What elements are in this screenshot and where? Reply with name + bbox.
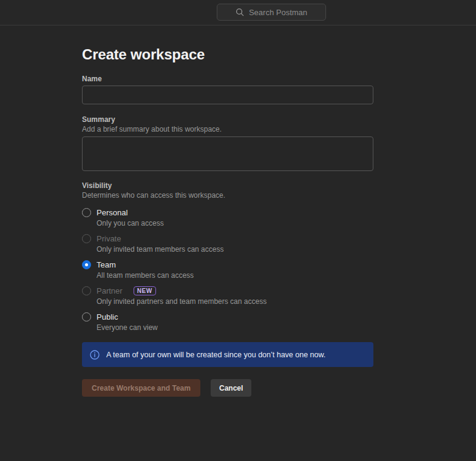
visibility-option-partner: Partner NEW Only invited partners and te…	[82, 286, 373, 306]
option-label-personal: Personal	[97, 208, 127, 217]
cancel-button[interactable]: Cancel	[211, 379, 251, 397]
radio-button-team-selected[interactable]	[82, 260, 91, 269]
summary-textarea[interactable]	[82, 136, 373, 171]
visibility-label: Visibility	[82, 181, 373, 190]
name-label: Name	[82, 75, 373, 83]
page-title: Create workspace	[82, 46, 476, 63]
option-description-partner: Only invited partners and team members c…	[97, 298, 373, 306]
option-description-public: Everyone can view	[97, 324, 373, 332]
top-bar: Search Postman	[0, 0, 476, 25]
new-badge: NEW	[134, 286, 156, 295]
search-icon	[236, 8, 244, 16]
create-workspace-form: Name Summary Add a brief summary about t…	[82, 75, 373, 397]
create-workspace-page: Create workspace Name Summary Add a brie…	[0, 25, 476, 397]
visibility-option-private: Private Only invited team members can ac…	[82, 234, 373, 254]
radio-button-private	[82, 234, 91, 243]
option-label-public: Public	[97, 312, 118, 321]
visibility-option-public[interactable]: Public Everyone can view	[82, 312, 373, 332]
option-description-team: All team members can access	[97, 272, 373, 280]
info-banner: A team of your own will be created since…	[82, 342, 373, 367]
option-label-private: Private	[97, 234, 121, 243]
search-input[interactable]: Search Postman	[217, 4, 326, 21]
radio-button-public[interactable]	[82, 312, 91, 321]
summary-help: Add a brief summary about this workspace…	[82, 125, 373, 133]
search-placeholder: Search Postman	[249, 8, 307, 17]
option-description-personal: Only you can access	[97, 220, 373, 227]
radio-button-personal[interactable]	[82, 208, 91, 217]
option-label-team: Team	[97, 260, 116, 269]
name-input[interactable]	[82, 86, 373, 104]
info-icon	[90, 350, 100, 360]
visibility-help: Determines who can access this workspace…	[82, 191, 373, 200]
summary-label: Summary	[82, 115, 373, 124]
visibility-option-personal[interactable]: Personal Only you can access	[82, 207, 373, 227]
visibility-option-team[interactable]: Team All team members can access	[82, 260, 373, 280]
option-label-partner: Partner	[97, 286, 123, 295]
radio-button-partner	[82, 286, 91, 295]
form-actions: Create Workspace and Team Cancel	[82, 379, 373, 397]
option-description-private: Only invited team members can access	[97, 246, 373, 254]
info-banner-text: A team of your own will be created since…	[106, 351, 325, 359]
create-workspace-and-team-button[interactable]: Create Workspace and Team	[82, 379, 200, 397]
